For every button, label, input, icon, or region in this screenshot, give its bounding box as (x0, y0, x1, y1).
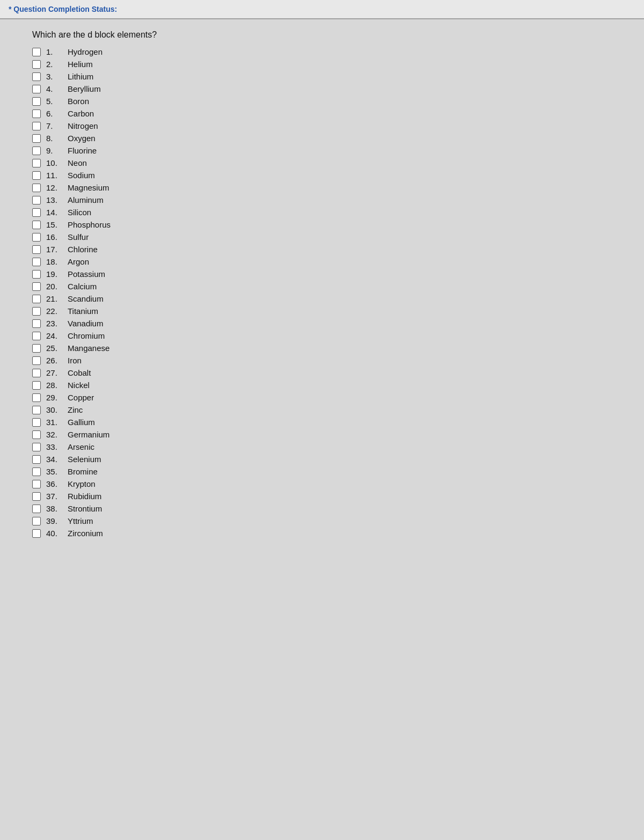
list-item[interactable]: 23.Vanadium (32, 319, 612, 328)
checkbox-option-34[interactable] (32, 455, 41, 464)
option-name: Selenium (68, 455, 101, 464)
checkbox-option-32[interactable] (32, 430, 41, 439)
list-item[interactable]: 26.Iron (32, 356, 612, 365)
checkbox-option-39[interactable] (32, 517, 41, 525)
list-item[interactable]: 12.Magnesium (32, 183, 612, 192)
checkbox-option-4[interactable] (32, 85, 41, 93)
list-item[interactable]: 17.Chlorine (32, 245, 612, 254)
option-name: Fluorine (68, 146, 97, 155)
checkbox-option-18[interactable] (32, 258, 41, 266)
checkbox-option-17[interactable] (32, 245, 41, 254)
checkbox-option-2[interactable] (32, 60, 41, 69)
list-item[interactable]: 32.Germanium (32, 430, 612, 439)
list-item[interactable]: 13.Aluminum (32, 195, 612, 204)
checkbox-option-12[interactable] (32, 184, 41, 192)
list-item[interactable]: 21.Scandium (32, 294, 612, 303)
checkbox-option-20[interactable] (32, 282, 41, 291)
checkbox-option-21[interactable] (32, 295, 41, 303)
list-item[interactable]: 22.Titanium (32, 306, 612, 316)
list-item[interactable]: 36.Krypton (32, 479, 612, 488)
checkbox-option-27[interactable] (32, 369, 41, 377)
list-item[interactable]: 34.Selenium (32, 455, 612, 464)
list-item[interactable]: 27.Cobalt (32, 368, 612, 377)
checkbox-option-26[interactable] (32, 356, 41, 365)
list-item[interactable]: 15.Phosphorus (32, 220, 612, 229)
list-item[interactable]: 2.Helium (32, 60, 612, 69)
checkbox-option-33[interactable] (32, 443, 41, 451)
question-completion-status-label: * Question Completion Status: (9, 5, 117, 13)
option-number: 11. (46, 171, 62, 180)
option-name: Calcium (68, 282, 97, 291)
list-item[interactable]: 31.Gallium (32, 418, 612, 427)
option-number: 3. (46, 72, 62, 81)
checkbox-option-9[interactable] (32, 147, 41, 155)
list-item[interactable]: 33.Arsenic (32, 442, 612, 451)
list-item[interactable]: 4.Beryllium (32, 84, 612, 93)
list-item[interactable]: 5.Boron (32, 97, 612, 106)
list-item[interactable]: 28.Nickel (32, 381, 612, 390)
checkbox-option-36[interactable] (32, 480, 41, 488)
option-number: 29. (46, 393, 62, 402)
list-item[interactable]: 29.Copper (32, 393, 612, 402)
checkbox-option-8[interactable] (32, 134, 41, 143)
checkbox-option-11[interactable] (32, 171, 41, 180)
option-name: Potassium (68, 269, 105, 279)
option-name: Titanium (68, 306, 98, 316)
list-item[interactable]: 10.Neon (32, 158, 612, 167)
checkbox-option-35[interactable] (32, 468, 41, 476)
checkbox-option-30[interactable] (32, 406, 41, 414)
option-number: 8. (46, 134, 62, 143)
checkbox-option-28[interactable] (32, 381, 41, 390)
list-item[interactable]: 16.Sulfur (32, 232, 612, 242)
option-name: Beryllium (68, 84, 101, 93)
list-item[interactable]: 38.Strontium (32, 504, 612, 513)
list-item[interactable]: 14.Silicon (32, 208, 612, 217)
checkbox-option-13[interactable] (32, 196, 41, 204)
list-item[interactable]: 18.Argon (32, 257, 612, 266)
list-item[interactable]: 1.Hydrogen (32, 47, 612, 56)
checkbox-option-38[interactable] (32, 505, 41, 513)
option-number: 5. (46, 97, 62, 106)
list-item[interactable]: 9.Fluorine (32, 146, 612, 155)
checkbox-option-40[interactable] (32, 529, 41, 538)
option-number: 14. (46, 208, 62, 217)
list-item[interactable]: 20.Calcium (32, 282, 612, 291)
checkbox-option-6[interactable] (32, 109, 41, 118)
checkbox-option-5[interactable] (32, 97, 41, 106)
list-item[interactable]: 37.Rubidium (32, 492, 612, 501)
checkbox-option-22[interactable] (32, 307, 41, 316)
checkbox-option-31[interactable] (32, 418, 41, 427)
list-item[interactable]: 39.Yttrium (32, 516, 612, 525)
checkbox-option-29[interactable] (32, 393, 41, 402)
checkbox-option-19[interactable] (32, 270, 41, 279)
checkbox-option-10[interactable] (32, 159, 41, 167)
list-item[interactable]: 11.Sodium (32, 171, 612, 180)
checkbox-option-3[interactable] (32, 72, 41, 81)
option-name: Lithium (68, 72, 93, 81)
option-number: 21. (46, 294, 62, 303)
option-name: Strontium (68, 504, 102, 513)
list-item[interactable]: 19.Potassium (32, 269, 612, 279)
list-item[interactable]: 6.Carbon (32, 109, 612, 118)
option-number: 33. (46, 442, 62, 451)
list-item[interactable]: 24.Chromium (32, 331, 612, 340)
checkbox-option-37[interactable] (32, 492, 41, 501)
checkbox-option-16[interactable] (32, 233, 41, 242)
list-item[interactable]: 25.Manganese (32, 344, 612, 353)
question-title: Which are the d block elements? (32, 30, 612, 40)
checkbox-option-15[interactable] (32, 221, 41, 229)
option-number: 2. (46, 60, 62, 69)
list-item[interactable]: 3.Lithium (32, 72, 612, 81)
checkbox-option-23[interactable] (32, 319, 41, 328)
checkbox-option-7[interactable] (32, 122, 41, 130)
list-item[interactable]: 40.Zirconium (32, 529, 612, 538)
list-item[interactable]: 30.Zinc (32, 405, 612, 414)
checkbox-option-24[interactable] (32, 332, 41, 340)
checkbox-option-25[interactable] (32, 344, 41, 353)
list-item[interactable]: 35.Bromine (32, 467, 612, 476)
list-item[interactable]: 7.Nitrogen (32, 121, 612, 130)
list-item[interactable]: 8.Oxygen (32, 134, 612, 143)
option-number: 16. (46, 232, 62, 242)
checkbox-option-14[interactable] (32, 208, 41, 217)
checkbox-option-1[interactable] (32, 48, 41, 56)
